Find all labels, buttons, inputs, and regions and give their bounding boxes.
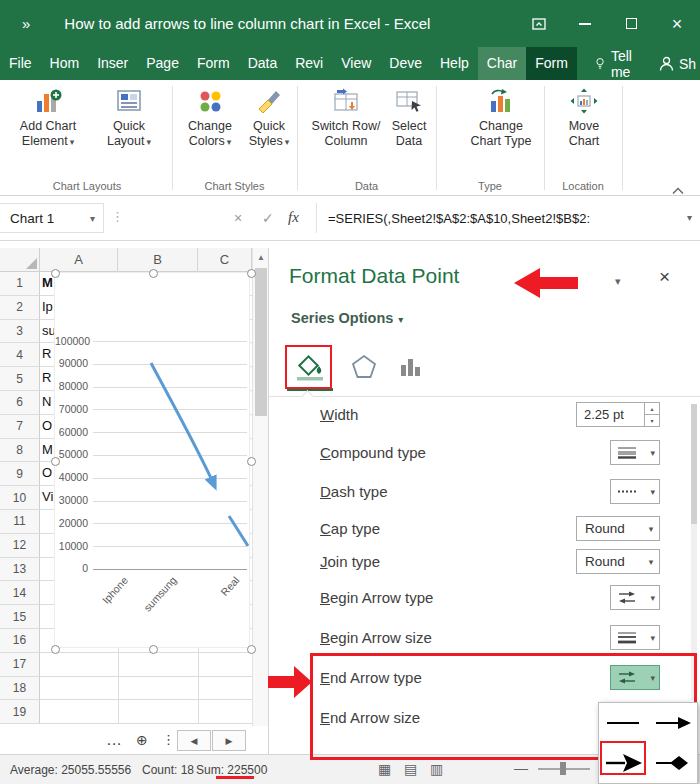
width-spinner[interactable]: 2.25 pt ▴ ▾ <box>576 402 660 427</box>
close-button[interactable]: × <box>654 0 700 47</box>
tab-series-options[interactable] <box>387 346 433 388</box>
row-header[interactable]: 19 <box>0 700 40 724</box>
page-layout-view-icon[interactable]: ▤ <box>404 761 417 777</box>
name-box-caret-icon[interactable]: ▾ <box>90 213 95 224</box>
tab-developer[interactable]: Deve <box>380 47 431 80</box>
quick-styles-button[interactable]: Quick Styles▾ <box>242 84 296 178</box>
row-header[interactable]: 15 <box>0 605 40 629</box>
normal-view-icon[interactable]: ▦ <box>378 761 391 777</box>
tab-chart-format[interactable]: Form <box>526 47 577 80</box>
column-header-c[interactable]: C <box>198 248 252 272</box>
column-header-a[interactable]: A <box>40 248 118 272</box>
expand-formula-bar-icon[interactable]: ▾ <box>687 212 692 223</box>
spin-up-icon[interactable]: ▴ <box>645 403 659 415</box>
row-header[interactable]: 17 <box>0 653 40 677</box>
cap-type-select[interactable]: Round ▾ <box>576 516 660 541</box>
row-header[interactable]: 13 <box>0 558 40 582</box>
tab-file[interactable]: File <box>0 47 41 80</box>
quick-access-toolbar-icon[interactable]: » <box>22 15 30 32</box>
minimize-button[interactable] <box>562 0 608 47</box>
sheet-tabs-overflow-dots[interactable]: … <box>106 731 122 749</box>
row-header[interactable]: 14 <box>0 581 40 605</box>
switch-row-column-button[interactable]: Switch Row/ Column <box>308 84 384 178</box>
row-header[interactable]: 3 <box>0 320 40 344</box>
tell-me-box[interactable]: Tell me <box>587 47 651 80</box>
select-all-corner[interactable] <box>0 248 40 272</box>
scroll-up-icon[interactable]: ▲ <box>253 248 269 266</box>
series-line-with-arrow[interactable] <box>55 273 249 647</box>
tab-help[interactable]: Help <box>431 47 478 80</box>
zoom-slider-thumb[interactable] <box>560 762 566 775</box>
chart-resize-handle[interactable] <box>247 457 256 466</box>
chart-resize-handle[interactable] <box>51 457 60 466</box>
tab-insert[interactable]: Inser <box>88 47 137 80</box>
row-header[interactable]: 6 <box>0 391 40 415</box>
tab-formulas[interactable]: Form <box>188 47 239 80</box>
row-header[interactable]: 2 <box>0 296 40 320</box>
arrow-option-none[interactable] <box>601 709 645 737</box>
begin-arrow-size-dropdown[interactable]: ▾ <box>610 625 660 650</box>
name-box[interactable]: Chart 1 ▾ <box>0 203 104 233</box>
row-header[interactable]: 4 <box>0 343 40 367</box>
begin-arrow-type-dropdown[interactable]: ▾ <box>610 585 660 610</box>
scroll-sheet-left-button[interactable]: ◀ <box>177 730 211 751</box>
chart-resize-handle[interactable] <box>51 269 60 278</box>
tab-view[interactable]: View <box>332 47 380 80</box>
row-header[interactable]: 11 <box>0 510 40 534</box>
sheet-vertical-scrollbar[interactable]: ▲ ▼ <box>252 248 268 752</box>
pane-scrollbar-thumb[interactable] <box>691 404 697 524</box>
row-header[interactable]: 1 <box>0 272 40 296</box>
arrow-option-arrow[interactable] <box>651 709 695 737</box>
quick-layout-button[interactable]: Quick Layout▾ <box>92 84 166 178</box>
new-sheet-icon[interactable]: ⊕ <box>136 732 148 748</box>
move-chart-button[interactable]: Move Chart <box>552 84 616 178</box>
chart-resize-handle[interactable] <box>149 645 158 654</box>
series-options-header[interactable]: Series Options▾ <box>291 310 403 326</box>
chart-resize-handle[interactable] <box>51 645 60 654</box>
cancel-entry-button[interactable]: × <box>234 210 242 226</box>
select-data-button[interactable]: Select Data <box>386 84 432 178</box>
row-header[interactable]: 18 <box>0 677 40 701</box>
chart-resize-handle[interactable] <box>149 269 158 278</box>
change-colors-button[interactable]: Change Colors▾ <box>178 84 242 178</box>
row-header[interactable]: 8 <box>0 439 40 463</box>
compound-type-dropdown[interactable]: ▾ <box>610 440 660 465</box>
ribbon-display-options-button[interactable] <box>516 0 562 47</box>
share-button[interactable]: Sh <box>651 47 700 80</box>
add-chart-element-button[interactable]: Add Chart Element▾ <box>8 84 88 178</box>
change-chart-type-button[interactable]: Change Chart Type <box>462 84 540 178</box>
pane-options-caret-icon[interactable]: ▾ <box>615 275 621 288</box>
formula-input[interactable]: =SERIES(,Sheet2!$A$2:$A$10,Sheet2!$B$2: <box>328 211 590 226</box>
chart-resize-handle[interactable] <box>247 645 256 654</box>
scrollbar-thumb[interactable] <box>255 268 267 416</box>
dash-type-dropdown[interactable]: ▾ <box>610 479 660 504</box>
pane-close-icon[interactable]: × <box>659 266 670 288</box>
insert-function-button[interactable]: fx <box>288 209 299 226</box>
row-header[interactable]: 9 <box>0 462 40 486</box>
enter-entry-button[interactable]: ✓ <box>262 210 274 226</box>
tab-page-layout[interactable]: Page <box>137 47 188 80</box>
tab-review[interactable]: Revi <box>286 47 332 80</box>
row-header[interactable]: 12 <box>0 534 40 558</box>
tab-home[interactable]: Hom <box>41 47 89 80</box>
row-header[interactable]: 5 <box>0 367 40 391</box>
join-type-select[interactable]: Round ▾ <box>576 549 660 574</box>
embedded-chart[interactable]: 1000009000080000700006000050000400003000… <box>54 272 250 648</box>
chart-resize-handle[interactable] <box>247 269 256 278</box>
column-header-b[interactable]: B <box>118 248 198 272</box>
maximize-button[interactable] <box>608 0 654 47</box>
page-break-view-icon[interactable]: ▥ <box>430 761 443 777</box>
zoom-out-icon[interactable]: — <box>514 760 528 776</box>
formula-bar-drag-handle[interactable]: ⋮ <box>111 209 124 224</box>
row-header[interactable]: 16 <box>0 629 40 653</box>
spin-down-icon[interactable]: ▾ <box>645 415 659 426</box>
tab-effects[interactable] <box>341 346 387 388</box>
sheet-menu-dots-icon[interactable]: ⋮ <box>162 732 175 747</box>
arrow-option-diamond[interactable] <box>651 749 695 777</box>
row-header[interactable]: 10 <box>0 486 40 510</box>
row-header[interactable]: 7 <box>0 415 40 439</box>
scroll-sheet-right-button[interactable]: ▶ <box>212 730 246 751</box>
spinner-arrows[interactable]: ▴ ▾ <box>644 403 659 426</box>
tab-data[interactable]: Data <box>239 47 287 80</box>
tab-chart-design[interactable]: Char <box>478 47 526 80</box>
